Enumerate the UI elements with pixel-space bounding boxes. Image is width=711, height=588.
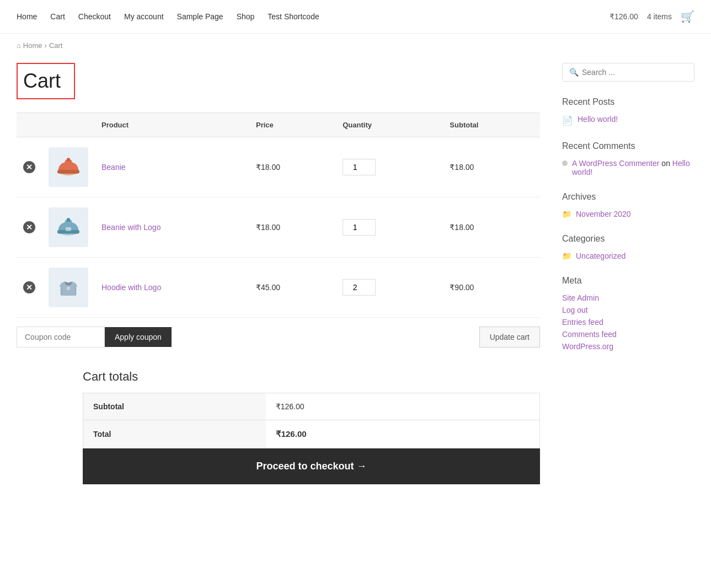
nav-home[interactable]: Home: [17, 12, 37, 21]
nav-sample-page[interactable]: Sample Page: [177, 12, 223, 21]
nav-checkout[interactable]: Checkout: [78, 12, 111, 21]
th-quantity: Quantity: [336, 113, 443, 137]
svg-rect-8: [66, 227, 71, 231]
nav-cart[interactable]: Cart: [50, 12, 65, 21]
product-link-hoodie[interactable]: Hoodie with Logo: [101, 283, 161, 292]
recent-comments-title: Recent Comments: [562, 141, 694, 151]
nav-cart-items: 4 items: [647, 12, 672, 21]
comment-author-link[interactable]: A WordPress Commenter: [572, 159, 659, 168]
breadcrumb: ⌂ Home › Cart: [0, 34, 711, 57]
list-item: A WordPress Commenter on Hello world!: [562, 159, 694, 177]
remove-item-2[interactable]: ✕: [23, 221, 35, 233]
list-item: 📁 Uncategorized: [562, 252, 694, 260]
archives-title: Archives: [562, 192, 694, 202]
subtotal-value: ₹126.00: [266, 393, 540, 420]
sidebar-recent-comments: Recent Comments A WordPress Commenter on…: [562, 141, 694, 177]
coupon-input[interactable]: [17, 327, 105, 348]
archive-link-1[interactable]: November 2020: [576, 210, 631, 218]
totals-total-row: Total ₹126.00: [83, 420, 540, 448]
svg-rect-11: [76, 286, 77, 296]
subtotal-hoodie: ₹90.00: [443, 258, 540, 318]
nav-test-shortcode[interactable]: Test Shortcode: [268, 12, 319, 21]
total-label: Total: [83, 420, 266, 448]
cart-totals-section: Cart totals Subtotal ₹126.00 Total ₹126.…: [17, 370, 540, 484]
cart-totals-title: Cart totals: [83, 370, 540, 384]
folder-icon: 📁: [562, 210, 571, 218]
breadcrumb-separator: ›: [45, 41, 47, 50]
breadcrumb-home-link[interactable]: Home: [23, 41, 42, 50]
meta-link-entries-feed[interactable]: Entries feed: [562, 318, 694, 327]
breadcrumb-home-icon: ⌂: [17, 41, 21, 50]
table-row: ✕ Beanie w: [17, 197, 540, 258]
sidebar: 🔍 Recent Posts 📄 Hello world! Recent Com…: [562, 63, 694, 484]
comment-dot-icon: [562, 161, 568, 166]
product-link-beanie[interactable]: Beanie: [101, 163, 126, 172]
sidebar-search-input[interactable]: [582, 68, 687, 77]
category-link-1[interactable]: Uncategorized: [576, 252, 626, 260]
th-img: [42, 113, 95, 137]
product-img-hoodie: [49, 268, 88, 307]
subtotal-beanie: ₹18.00: [443, 137, 540, 197]
meta-title: Meta: [562, 276, 694, 286]
price-beanie-logo: ₹18.00: [249, 197, 336, 258]
cart-table: Product Price Quantity Subtotal ✕: [17, 113, 540, 318]
remove-item-1[interactable]: ✕: [23, 161, 35, 173]
comment-on: on: [661, 159, 672, 168]
apply-coupon-button[interactable]: Apply coupon: [105, 327, 172, 347]
main-content: Cart Product Price Quantity Subtotal ✕: [17, 63, 540, 484]
meta-link-comments-feed[interactable]: Comments feed: [562, 330, 694, 339]
th-product: Product: [95, 113, 249, 137]
price-hoodie: ₹45.00: [249, 258, 336, 318]
meta-links: Site Admin Log out Entries feed Comments…: [562, 293, 694, 351]
comment-text: A WordPress Commenter on Hello world!: [572, 159, 694, 177]
search-icon: 🔍: [569, 68, 579, 77]
meta-link-log-out[interactable]: Log out: [562, 306, 694, 314]
nav-myaccount[interactable]: My account: [124, 12, 164, 21]
svg-point-9: [67, 286, 71, 290]
nav-cart-total: ₹126.00: [610, 12, 638, 21]
totals-subtotal-row: Subtotal ₹126.00: [83, 393, 540, 420]
page-title-box: Cart: [17, 63, 75, 99]
recent-posts-title: Recent Posts: [562, 97, 694, 107]
svg-point-3: [67, 158, 71, 162]
checkout-button[interactable]: Proceed to checkout →: [83, 448, 540, 484]
price-beanie: ₹18.00: [249, 137, 336, 197]
product-img-beanie-logo: [49, 207, 88, 247]
table-row: ✕ Beanie: [17, 137, 540, 197]
svg-rect-1: [57, 170, 79, 174]
recent-post-link-1[interactable]: Hello world!: [578, 115, 618, 124]
subtotal-beanie-logo: ₹18.00: [443, 197, 540, 258]
nav-right: ₹126.00 4 items 🛒: [610, 10, 694, 23]
th-subtotal: Subtotal: [443, 113, 540, 137]
sidebar-recent-posts: Recent Posts 📄 Hello world!: [562, 97, 694, 126]
sidebar-archives: Archives 📁 November 2020: [562, 192, 694, 218]
meta-link-site-admin[interactable]: Site Admin: [562, 293, 694, 302]
breadcrumb-current: Cart: [49, 41, 63, 50]
main-layout: Cart Product Price Quantity Subtotal ✕: [0, 57, 711, 506]
svg-point-7: [67, 218, 71, 222]
nav-shop[interactable]: Shop: [237, 12, 255, 21]
qty-beanie-logo[interactable]: [343, 219, 376, 236]
list-item: 📁 November 2020: [562, 210, 694, 218]
sidebar-categories: Categories 📁 Uncategorized: [562, 234, 694, 260]
update-cart-button[interactable]: Update cart: [479, 327, 540, 348]
th-price: Price: [249, 113, 336, 137]
total-value: ₹126.00: [266, 420, 540, 448]
list-item: 📄 Hello world!: [562, 115, 694, 126]
product-img-beanie: [49, 147, 88, 187]
cart-basket-icon[interactable]: 🛒: [681, 10, 694, 23]
coupon-row: Apply coupon Update cart: [17, 327, 540, 348]
qty-beanie[interactable]: [343, 159, 376, 175]
qty-hoodie[interactable]: [343, 279, 376, 296]
product-link-beanie-logo[interactable]: Beanie with Logo: [101, 223, 161, 232]
sidebar-meta: Meta Site Admin Log out Entries feed Com…: [562, 276, 694, 351]
totals-table: Subtotal ₹126.00 Total ₹126.00: [83, 393, 540, 448]
categories-title: Categories: [562, 234, 694, 244]
nav-links: Home Cart Checkout My account Sample Pag…: [17, 12, 319, 21]
sidebar-search-box: 🔍: [562, 63, 694, 82]
top-nav: Home Cart Checkout My account Sample Pag…: [0, 0, 711, 34]
remove-item-3[interactable]: ✕: [23, 281, 35, 293]
meta-link-wordpress-org[interactable]: WordPress.org: [562, 342, 694, 351]
svg-rect-10: [61, 286, 62, 296]
th-remove: [17, 113, 42, 137]
